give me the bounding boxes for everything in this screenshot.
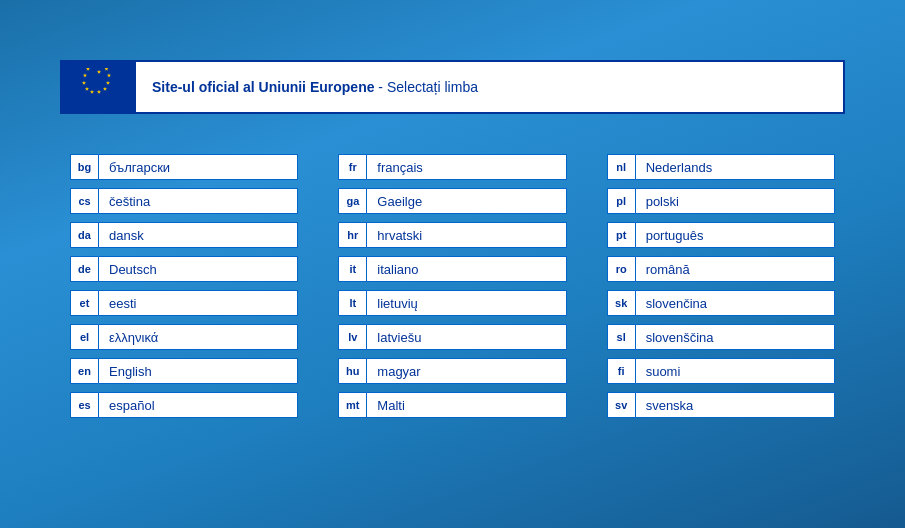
lang-item-el[interactable]: elελληνικά [70,324,298,350]
header-title-suffix: - Selectați limba [374,79,477,95]
lang-code-da: da [71,223,99,247]
lang-name-lv: latviešu [367,330,431,345]
lang-name-pl: polski [636,194,689,209]
lang-item-it[interactable]: ititaliano [338,256,566,282]
lang-name-nl: Nederlands [636,160,723,175]
lang-name-et: eesti [99,296,146,311]
lang-code-lv: lv [339,325,367,349]
lang-code-sk: sk [608,291,636,315]
lang-item-hu[interactable]: humagyar [338,358,566,384]
lang-name-el: ελληνικά [99,330,168,345]
lang-code-fr: fr [339,155,367,179]
lang-item-hr[interactable]: hrhrvatski [338,222,566,248]
lang-name-da: dansk [99,228,154,243]
lang-item-pl[interactable]: plpolski [607,188,835,214]
lang-name-hu: magyar [367,364,430,379]
lang-name-sl: slovenščina [636,330,724,345]
header-title: Site-ul oficial al Uniunii Europene - Se… [136,79,494,95]
lang-name-es: español [99,398,165,413]
lang-code-it: it [339,257,367,281]
lang-name-pt: português [636,228,714,243]
lang-code-ro: ro [608,257,636,281]
lang-item-et[interactable]: eteesti [70,290,298,316]
header-title-bold: Site-ul oficial al Uniunii Europene [152,79,374,95]
lang-item-nl[interactable]: nlNederlands [607,154,835,180]
lang-code-en: en [71,359,99,383]
lang-item-fi[interactable]: fisuomi [607,358,835,384]
lang-name-en: English [99,364,162,379]
lang-item-cs[interactable]: csčeština [70,188,298,214]
lang-item-en[interactable]: enEnglish [70,358,298,384]
lang-item-de[interactable]: deDeutsch [70,256,298,282]
lang-item-da[interactable]: dadansk [70,222,298,248]
page-container: Site-ul oficial al Uniunii Europene - Se… [0,0,905,528]
lang-item-ga[interactable]: gaGaeilge [338,188,566,214]
lang-code-hu: hu [339,359,367,383]
lang-code-pl: pl [608,189,636,213]
lang-item-sv[interactable]: svsvenska [607,392,835,418]
lang-name-ro: română [636,262,700,277]
lang-name-hr: hrvatski [367,228,432,243]
lang-name-mt: Malti [367,398,414,413]
lang-item-pt[interactable]: ptportuguês [607,222,835,248]
svg-rect-0 [74,68,124,106]
lang-item-sk[interactable]: skslovenčina [607,290,835,316]
lang-code-pt: pt [608,223,636,247]
lang-name-fi: suomi [636,364,691,379]
lang-code-fi: fi [608,359,636,383]
lang-item-ro[interactable]: roromână [607,256,835,282]
lang-item-bg[interactable]: bgбългарски [70,154,298,180]
lang-code-bg: bg [71,155,99,179]
lang-name-ga: Gaeilge [367,194,432,209]
lang-name-sk: slovenčina [636,296,717,311]
language-grid: bgбългарскиfrfrançaisnlNederlandscsčešti… [60,154,845,418]
lang-code-es: es [71,393,99,417]
lang-name-lt: lietuvių [367,296,427,311]
lang-item-lt[interactable]: ltlietuvių [338,290,566,316]
lang-code-el: el [71,325,99,349]
lang-item-mt[interactable]: mtMalti [338,392,566,418]
lang-code-nl: nl [608,155,636,179]
lang-code-mt: mt [339,393,367,417]
lang-code-sl: sl [608,325,636,349]
lang-item-lv[interactable]: lvlatviešu [338,324,566,350]
lang-code-sv: sv [608,393,636,417]
lang-code-ga: ga [339,189,367,213]
lang-name-sv: svenska [636,398,704,413]
lang-name-bg: български [99,160,180,175]
lang-name-de: Deutsch [99,262,167,277]
lang-code-hr: hr [339,223,367,247]
lang-item-es[interactable]: esespañol [70,392,298,418]
lang-item-sl[interactable]: slslovenščina [607,324,835,350]
lang-name-cs: čeština [99,194,160,209]
lang-item-fr[interactable]: frfrançais [338,154,566,180]
lang-name-fr: français [367,160,433,175]
lang-code-de: de [71,257,99,281]
header-bar: Site-ul oficial al Uniunii Europene - Se… [60,60,845,114]
lang-code-cs: cs [71,189,99,213]
lang-code-lt: lt [339,291,367,315]
lang-name-it: italiano [367,262,428,277]
eu-flag [62,60,136,114]
lang-code-et: et [71,291,99,315]
